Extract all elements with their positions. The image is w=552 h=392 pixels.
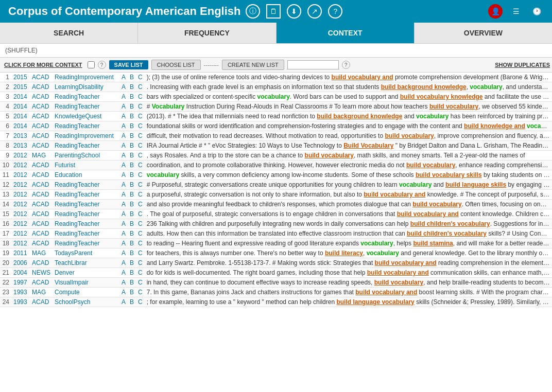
row-abc-c[interactable]: C bbox=[136, 180, 145, 190]
row-abc-c[interactable]: C bbox=[136, 73, 145, 82]
row-abc-c[interactable]: C bbox=[136, 92, 145, 102]
tab-context[interactable]: CONTEXT bbox=[277, 23, 415, 43]
row-abc-c[interactable]: C bbox=[136, 200, 145, 209]
row-abc-c[interactable]: C bbox=[136, 82, 145, 92]
row-abc-b[interactable]: B bbox=[128, 190, 136, 200]
help-badge-1[interactable]: ? bbox=[98, 61, 106, 69]
help-badge-2[interactable]: ? bbox=[342, 61, 350, 69]
row-year[interactable]: 2014 bbox=[11, 102, 30, 112]
row-abc-c[interactable]: C bbox=[136, 258, 145, 268]
row-abc-a[interactable]: A bbox=[119, 258, 128, 268]
row-genre[interactable]: ACAD bbox=[30, 258, 53, 268]
row-abc-c[interactable]: C bbox=[136, 248, 145, 258]
row-context[interactable]: bars with specialized or content-specifi… bbox=[145, 92, 552, 102]
row-context[interactable]: (2013). # * The idea that millennials ne… bbox=[145, 112, 552, 121]
row-abc-a[interactable]: A bbox=[119, 92, 128, 102]
row-abc-c[interactable]: C bbox=[136, 209, 145, 219]
row-abc-c[interactable]: C bbox=[136, 288, 145, 297]
row-abc-a[interactable]: A bbox=[119, 248, 128, 258]
row-year[interactable]: 1997 bbox=[11, 278, 30, 288]
row-year[interactable]: 2012 bbox=[11, 239, 30, 248]
row-abc-b[interactable]: B bbox=[128, 161, 136, 170]
row-context[interactable]: ); (3) the use of online reference tools… bbox=[145, 73, 552, 82]
row-abc-a[interactable]: A bbox=[119, 219, 128, 229]
row-year[interactable]: 2012 bbox=[11, 180, 30, 190]
user-icon[interactable]: 👤 bbox=[488, 4, 503, 19]
row-abc-b[interactable]: B bbox=[128, 82, 136, 92]
row-abc-a[interactable]: A bbox=[119, 112, 128, 121]
row-abc-b[interactable]: B bbox=[128, 131, 136, 141]
info-icon[interactable]: ⓘ bbox=[246, 4, 260, 19]
row-source[interactable]: Compute bbox=[53, 288, 119, 297]
row-abc-b[interactable]: B bbox=[128, 248, 136, 258]
row-abc-b[interactable]: B bbox=[128, 73, 136, 82]
row-genre[interactable]: ACAD bbox=[30, 112, 53, 121]
row-abc-b[interactable]: B bbox=[128, 151, 136, 161]
click-more-label[interactable]: CLICK FOR MORE CONTEXT bbox=[2, 62, 84, 68]
help-icon[interactable]: ? bbox=[328, 4, 342, 19]
row-abc-c[interactable]: C bbox=[136, 131, 145, 141]
download-icon[interactable]: ⬇ bbox=[287, 4, 301, 19]
row-abc-b[interactable]: B bbox=[128, 288, 136, 297]
row-source[interactable]: ParentingSchool bbox=[53, 151, 119, 161]
row-source[interactable]: TodaysParent bbox=[53, 248, 119, 258]
row-abc-c[interactable]: C bbox=[136, 229, 145, 239]
row-abc-a[interactable]: A bbox=[119, 209, 128, 219]
choose-list-button[interactable]: CHOOSE LIST bbox=[151, 60, 201, 70]
row-year[interactable]: 2012 bbox=[11, 219, 30, 229]
row-source[interactable]: KnowledgeQuest bbox=[53, 112, 119, 121]
row-abc-c[interactable]: C bbox=[136, 112, 145, 121]
row-source[interactable]: TeachLibrar bbox=[53, 258, 119, 268]
row-genre[interactable]: ACAD bbox=[30, 102, 53, 112]
row-abc-a[interactable]: A bbox=[119, 141, 128, 151]
row-abc-c[interactable]: C bbox=[136, 141, 145, 151]
row-genre[interactable]: ACAD bbox=[30, 92, 53, 102]
row-abc-a[interactable]: A bbox=[119, 170, 128, 180]
row-genre[interactable]: MAG bbox=[30, 288, 53, 297]
row-abc-c[interactable]: C bbox=[136, 121, 145, 131]
row-year[interactable]: 2015 bbox=[11, 82, 30, 92]
row-context[interactable]: to reading -- Hearing fluent and express… bbox=[145, 239, 552, 248]
row-source[interactable]: ReadingTeacher bbox=[53, 92, 119, 102]
row-source[interactable]: VisualImpair bbox=[53, 278, 119, 288]
row-year[interactable]: 2014 bbox=[11, 92, 30, 102]
row-abc-b[interactable]: B bbox=[128, 200, 136, 209]
tab-overview[interactable]: OVERVIEW bbox=[415, 23, 552, 43]
row-abc-b[interactable]: B bbox=[128, 229, 136, 239]
row-abc-a[interactable]: A bbox=[119, 297, 128, 307]
row-genre[interactable]: ACAD bbox=[30, 170, 53, 180]
show-duplicates-label[interactable]: SHOW DUPLICATES bbox=[495, 62, 550, 68]
row-year[interactable]: 2012 bbox=[11, 151, 30, 161]
row-context[interactable]: and Larry Swartz. Pembroke. 1-55138-173-… bbox=[145, 258, 552, 268]
row-abc-b[interactable]: B bbox=[128, 102, 136, 112]
row-year[interactable]: 2014 bbox=[11, 112, 30, 121]
row-context[interactable]: IRA Journal Article # * " eVoc Strategie… bbox=[145, 141, 552, 151]
row-abc-c[interactable]: C bbox=[136, 239, 145, 248]
row-genre[interactable]: ACAD bbox=[30, 209, 53, 219]
row-abc-b[interactable]: B bbox=[128, 170, 136, 180]
row-year[interactable]: 2013 bbox=[11, 131, 30, 141]
row-abc-b[interactable]: B bbox=[128, 297, 136, 307]
row-genre[interactable]: ACAD bbox=[30, 82, 53, 92]
row-abc-b[interactable]: B bbox=[128, 258, 136, 268]
row-genre[interactable]: ACAD bbox=[30, 278, 53, 288]
row-source[interactable]: ReadingImprovement bbox=[53, 131, 119, 141]
row-context[interactable]: . Increasing with each grade level is an… bbox=[145, 82, 552, 92]
row-abc-a[interactable]: A bbox=[119, 200, 128, 209]
row-context[interactable]: coordination, and to promote collaborati… bbox=[145, 161, 552, 170]
row-abc-b[interactable]: B bbox=[128, 112, 136, 121]
row-abc-b[interactable]: B bbox=[128, 180, 136, 190]
row-year[interactable]: 2012 bbox=[11, 161, 30, 170]
row-year[interactable]: 2013 bbox=[11, 141, 30, 151]
row-year[interactable]: 2012 bbox=[11, 229, 30, 239]
row-abc-a[interactable]: A bbox=[119, 180, 128, 190]
row-source[interactable]: ReadingTeacher bbox=[53, 190, 119, 200]
row-year[interactable]: 2012 bbox=[11, 209, 30, 219]
row-context[interactable]: a purposeful, strategic conversation is … bbox=[145, 190, 552, 200]
row-abc-c[interactable]: C bbox=[136, 190, 145, 200]
row-abc-b[interactable]: B bbox=[128, 219, 136, 229]
row-genre[interactable]: ACAD bbox=[30, 161, 53, 170]
row-year[interactable]: 1993 bbox=[11, 297, 30, 307]
row-abc-b[interactable]: B bbox=[128, 121, 136, 131]
row-genre[interactable]: MAG bbox=[30, 248, 53, 258]
